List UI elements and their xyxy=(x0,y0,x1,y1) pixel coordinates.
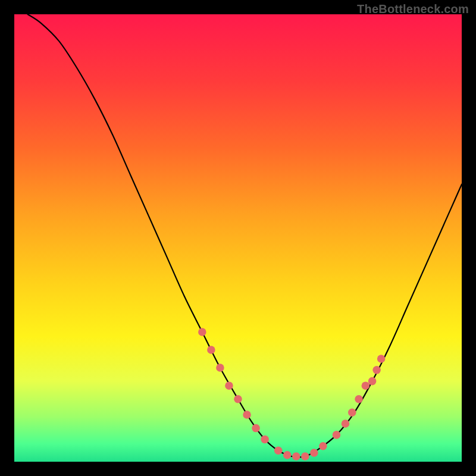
sample-dot xyxy=(274,446,283,455)
sample-dot xyxy=(216,364,224,372)
sample-dot xyxy=(252,424,260,433)
sample-dot xyxy=(283,451,292,459)
sample-dot xyxy=(319,442,327,450)
sample-dot xyxy=(342,419,350,428)
sample-dot xyxy=(368,377,377,386)
sample-dot xyxy=(301,452,309,461)
sample-dot xyxy=(243,411,251,419)
plot-frame xyxy=(14,14,462,462)
watermark-text: TheBottleneck.com xyxy=(357,2,469,16)
sample-dot xyxy=(377,355,386,363)
chart-background xyxy=(14,14,462,462)
sample-dot xyxy=(372,366,381,374)
chart-stage: TheBottleneck.com xyxy=(0,0,476,476)
chart-svg xyxy=(14,14,462,462)
sample-dot xyxy=(292,452,300,461)
sample-dot xyxy=(234,395,242,403)
sample-dot xyxy=(355,395,363,403)
sample-dot xyxy=(207,346,215,354)
sample-dot xyxy=(261,436,269,444)
sample-dot xyxy=(362,381,370,390)
sample-dot xyxy=(310,449,318,457)
sample-dot xyxy=(333,431,341,439)
sample-dot xyxy=(198,328,206,336)
sample-dot xyxy=(348,409,356,417)
sample-dot xyxy=(225,381,233,390)
